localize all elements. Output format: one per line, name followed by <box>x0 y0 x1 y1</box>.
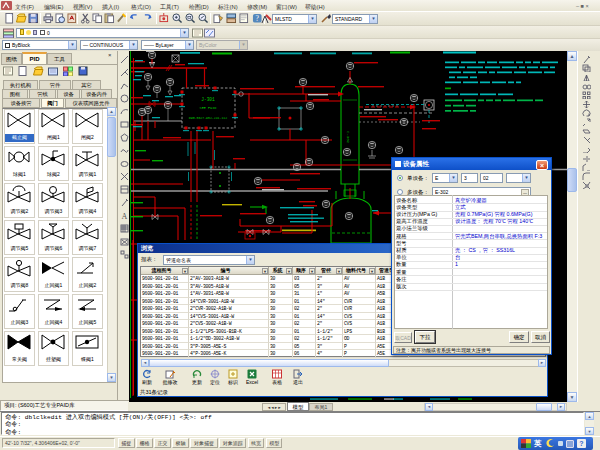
svg-text:J-301: J-301 <box>201 97 215 102</box>
svg-text:C-302: C-302 <box>346 131 350 144</box>
svg-text:DWG.0627-952-241-112: DWG.0627-952-241-112 <box>189 116 227 120</box>
svg-text:SEE P&ID: SEE P&ID <box>200 106 217 110</box>
svg-text:A: A <box>121 212 127 220</box>
